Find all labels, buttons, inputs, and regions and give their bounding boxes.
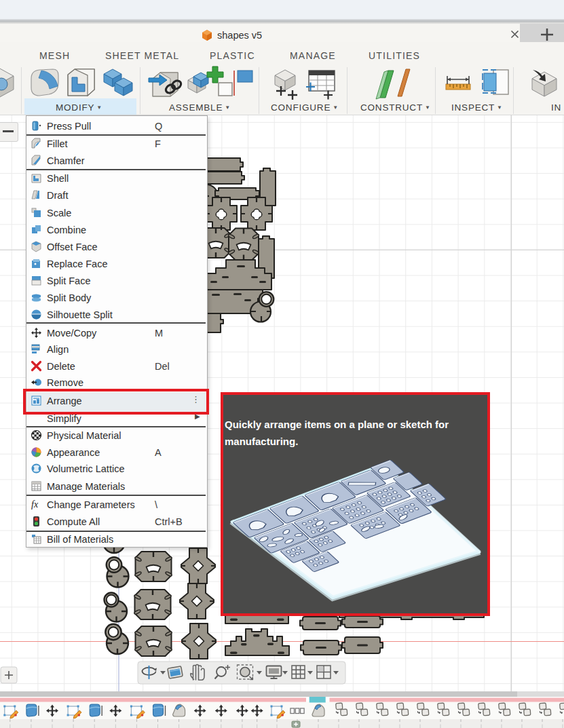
svg-text:fx: fx — [31, 499, 39, 510]
